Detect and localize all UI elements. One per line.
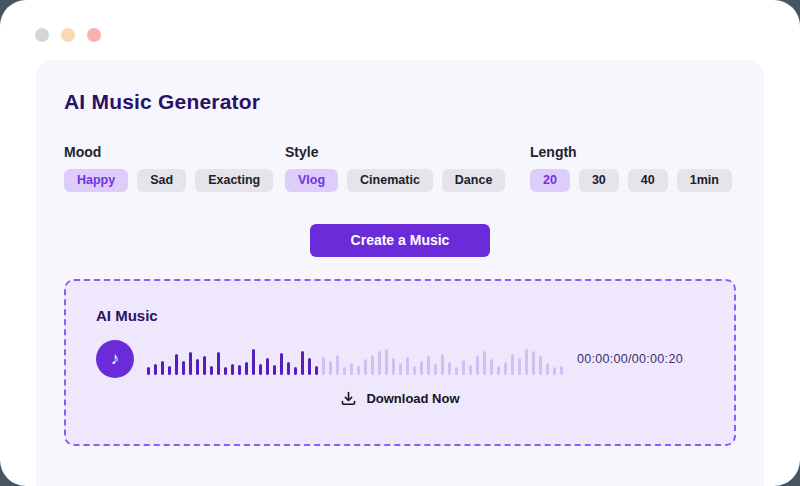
waveform-bar [238,365,241,375]
waveform-bar [189,352,192,375]
waveform-bar [504,362,507,375]
waveform-bar [147,367,150,375]
app-window: AI Music Generator Mood HappySadExacting… [0,0,800,486]
waveform-bar [322,357,325,375]
waveform-bar [308,358,311,375]
waveform-bar [371,355,374,375]
waveform-bar [301,351,304,375]
waveform-bar [350,363,353,375]
waveform-bar [462,360,465,375]
waveform-bar [560,366,563,375]
waveform-bar [182,361,185,375]
waveform-bar [336,355,339,375]
group-length-chips: 2030401min [530,169,736,192]
playback-time: 00:00:00/00:00:20 [577,352,683,366]
waveform-bar [273,365,276,375]
group-style-chips: VlogCinematicDance [285,169,530,192]
waveform-bar [420,361,423,375]
group-length: Length 2030401min [530,144,736,192]
waveform-bar [252,349,255,375]
chip-dance[interactable]: Dance [442,169,506,192]
ai-music-panel: AI Music ♪ 00:00:00/00:00:20 Download No… [64,279,736,446]
waveform-bar [357,366,360,375]
waveform-bar [245,362,248,375]
waveform-bar [511,354,514,375]
waveform-bar [539,356,542,375]
waveform-bar [497,366,500,375]
waveform-bar [399,363,402,375]
waveform-bar [203,356,206,375]
waveform-bar [469,365,472,375]
option-groups: Mood HappySadExacting Style VlogCinemati… [64,144,736,192]
group-mood-label: Mood [64,144,285,160]
waveform-bar [434,364,437,375]
content-panel: AI Music Generator Mood HappySadExacting… [36,60,764,486]
chip-1min[interactable]: 1min [677,169,732,192]
waveform-bar [280,353,283,375]
waveform-bar [210,366,213,375]
player-row: ♪ 00:00:00/00:00:20 [96,340,704,378]
waveform-bar [175,354,178,375]
download-label: Download Now [366,391,459,406]
chip-20[interactable]: 20 [530,169,570,192]
waveform-bar [217,352,220,375]
ai-music-title: AI Music [96,307,704,324]
waveform-bar [266,358,269,375]
create-music-button[interactable]: Create a Music [310,224,490,257]
waveform-bar [378,351,381,375]
waveform-bar [224,367,227,375]
create-row: Create a Music [64,224,736,257]
waveform-bar [525,349,528,375]
waveform-bar [455,367,458,375]
waveform-bar [168,366,171,375]
window-control-dot-2[interactable] [61,28,75,42]
download-button[interactable]: Download Now [96,390,704,407]
waveform-bar [518,358,521,375]
waveform-bar [546,363,549,375]
waveform-bar [329,361,332,375]
waveform-bar [294,367,297,375]
waveform-bar [490,359,493,375]
waveform-bar [154,364,157,375]
waveform-bar [532,351,535,375]
waveform-bar [343,367,346,375]
group-style-label: Style [285,144,530,160]
chip-sad[interactable]: Sad [137,169,186,192]
chip-vlog[interactable]: Vlog [285,169,338,192]
waveform-bar [259,364,262,375]
group-mood-chips: HappySadExacting [64,169,285,192]
page-title: AI Music Generator [64,90,736,114]
chip-30[interactable]: 30 [579,169,619,192]
chip-40[interactable]: 40 [628,169,668,192]
waveform-bar [385,349,388,375]
waveform-bar [483,351,486,375]
waveform-bar [364,359,367,375]
waveform-bar [441,354,444,375]
waveform-bar [196,359,199,375]
window-control-dot-3[interactable] [87,28,101,42]
waveform-bar [231,364,234,375]
waveform-bar [287,362,290,375]
waveform-bar [392,358,395,375]
waveform-bar [476,356,479,375]
waveform-bar [448,362,451,375]
waveform-bar [427,356,430,375]
group-length-label: Length [530,144,736,160]
waveform[interactable] [147,343,563,375]
waveform-bar [553,367,556,375]
download-icon [340,390,357,407]
window-controls [35,28,101,42]
waveform-bar [406,357,409,375]
window-control-dot-1[interactable] [35,28,49,42]
chip-exacting[interactable]: Exacting [195,169,273,192]
group-style: Style VlogCinematicDance [285,144,530,192]
chip-happy[interactable]: Happy [64,169,128,192]
group-mood: Mood HappySadExacting [64,144,285,192]
music-note-icon[interactable]: ♪ [96,340,134,378]
waveform-bar [161,361,164,375]
waveform-bar [413,366,416,375]
chip-cinematic[interactable]: Cinematic [347,169,433,192]
waveform-bar [315,366,318,375]
